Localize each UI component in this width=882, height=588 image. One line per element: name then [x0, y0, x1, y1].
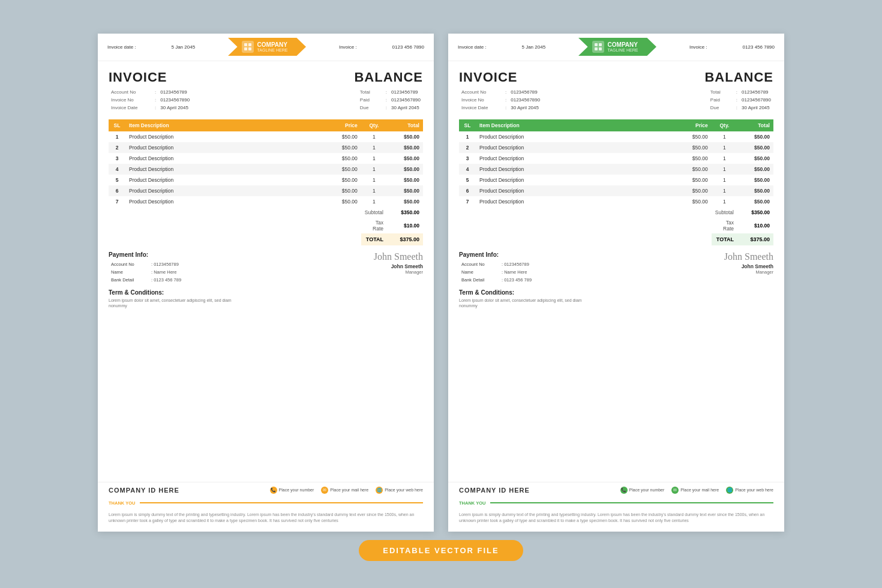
company-text-left: COMPANY TAGLINE HERE: [257, 41, 288, 52]
footer-web-right: 🌐 Place your web here: [726, 487, 773, 494]
signature-block-left: John Smeeth John Smeeth Manager: [374, 251, 423, 284]
company-logo-icon-right: [592, 41, 604, 53]
page-background: Invoice date : 5 Jan 2045 COMPANY TAGLIN…: [0, 0, 882, 588]
subtotal-label-left: Subtotal: [361, 207, 387, 218]
company-id-left: COMPANY ID HERE: [109, 487, 179, 494]
table-header-row-right: SL Item Description Price Qty. Total: [459, 119, 773, 131]
table-row: 4 Product Description $50.00 1 $50.00: [109, 164, 423, 175]
company-tagline-left: TAGLINE HERE: [257, 48, 288, 52]
total-label-left: TOTAL: [361, 233, 387, 245]
company-badge-shape-left: COMPANY TAGLINE HERE: [228, 38, 306, 56]
table-header-row-left: SL Item Description Price Qty. Total: [109, 119, 423, 131]
table-row: 5 Product Description $50.00 1 $50.00: [109, 175, 423, 185]
svg-rect-7: [599, 47, 602, 50]
company-badge-left: COMPANY TAGLINE HERE: [228, 38, 306, 56]
svg-rect-5: [599, 43, 602, 46]
footer-email-left: ✉ Place your mail here: [321, 487, 368, 494]
terms-block-left: Term & Conditions: Lorem ipsum dolor sit…: [109, 289, 423, 310]
invoice-body-right: INVOICE Account No:0123456789 Invoice No…: [448, 61, 784, 482]
footer-phone-right: 📞 Place your number: [620, 487, 665, 494]
invoice-details-right: Account No:0123456789 Invoice No:0123456…: [459, 88, 542, 112]
taxrate-label-left: Tax Rate: [361, 218, 387, 233]
payment-info-right: Payment Info: Account No: 0123456789 Nam…: [459, 251, 534, 284]
balance-block-left: BALANCE Total:0123456789 Paid:0123456789…: [354, 70, 423, 112]
bal-total-label: Total: [359, 89, 383, 95]
thankyou-label-left: THANK YOU: [109, 500, 135, 506]
thankyou-bar-right: THANK YOU: [448, 498, 784, 508]
banner-label: EDITABLE VECTOR FILE: [383, 546, 499, 555]
company-tagline-right: TAGLINE HERE: [608, 48, 638, 52]
table-row: 7 Product Description $50.00 1 $50.00: [459, 196, 773, 207]
table-row: 1 Product Description $50.00 1 $50.00: [459, 131, 773, 142]
col-total-left: Total: [387, 119, 423, 131]
invoice-card-right: Invoice date : 5 Jan 2045 COMPANY TAGLIN…: [448, 34, 784, 532]
invoice-number-value-left: 0123 456 7890: [392, 44, 424, 50]
taxrate-value-right: $10.00: [737, 218, 773, 233]
payment-title-left: Payment Info:: [109, 251, 184, 258]
svg-rect-4: [595, 43, 598, 46]
svg-rect-1: [248, 43, 251, 46]
invno-value: 01234567890: [159, 97, 191, 103]
signature-script-right: John Smeeth: [724, 251, 773, 262]
invoice-title-row-right: INVOICE Account No:0123456789 Invoice No…: [459, 70, 773, 112]
acct-label: Account No: [110, 89, 152, 95]
items-table-left: SL Item Description Price Qty. Total 1 P…: [109, 119, 423, 245]
footer-phone-left: 📞 Place your number: [270, 487, 314, 494]
col-desc-left: Item Description: [125, 119, 319, 131]
email-icon-right: ✉: [671, 487, 679, 494]
bottom-text-left: Lorem ipsum is simply dummy text of the …: [98, 508, 434, 532]
balance-block-right: BALANCE Total:0123456789 Paid:0123456789…: [704, 70, 773, 112]
invdate-value: 30 April 2045: [159, 104, 191, 111]
company-name-left: COMPANY: [257, 41, 288, 48]
taxrate-row-right: Tax Rate $10.00: [459, 218, 773, 233]
footer-web-left: 🌐 Place your web here: [376, 487, 423, 494]
payment-info-left: Payment Info: Account No: 0123456789 Nam…: [109, 251, 184, 284]
acct-value: 0123456789: [159, 89, 191, 95]
table-row: 3 Product Description $50.00 1 $50.00: [109, 153, 423, 164]
taxrate-label-right: Tax Rate: [712, 218, 737, 233]
thankyou-bar-left: THANK YOU: [98, 498, 434, 508]
invoice-footer-right: COMPANY ID HERE 📞 Place your number ✉ Pl…: [448, 482, 784, 498]
thankyou-line-right: [490, 502, 773, 503]
bottom-banner: EDITABLE VECTOR FILE: [359, 540, 523, 561]
invoice-date-left: Invoice date :: [107, 44, 136, 50]
signature-script-left: John Smeeth: [374, 251, 423, 262]
company-logo-icon-left: [242, 41, 254, 53]
invoice-number-label-left: Invoice :: [339, 44, 357, 50]
footer-email-right: ✉ Place your mail here: [671, 487, 719, 494]
svg-rect-6: [595, 47, 598, 50]
bal-due-value: 30 April 2045: [390, 104, 422, 111]
total-row-left: TOTAL $375.00: [109, 233, 423, 245]
bal-paid-value: 01234567890: [390, 97, 422, 103]
invoice-title-row-left: INVOICE Account No:0123456789 Invoice No…: [109, 70, 423, 112]
svg-rect-3: [248, 47, 251, 50]
invoices-row: Invoice date : 5 Jan 2045 COMPANY TAGLIN…: [98, 34, 784, 532]
payment-terms-row-left: Payment Info: Account No: 0123456789 Nam…: [109, 251, 423, 284]
table-row: 3 Product Description $50.00 1 $50.00: [459, 153, 773, 164]
table-row: 2 Product Description $50.00 1 $50.00: [459, 142, 773, 153]
total-row-right: TOTAL $375.00: [459, 233, 773, 245]
balance-main-title-right: BALANCE: [704, 70, 773, 85]
subtotal-label-right: Subtotal: [712, 207, 737, 218]
bottom-text-right: Lorem ipsum is simply dummy text of the …: [448, 508, 784, 532]
balance-details-right: Total:0123456789 Paid:01234567890 Due:30…: [704, 88, 773, 112]
company-badge-right: COMPANY TAGLINE HERE: [578, 38, 656, 56]
terms-title-left: Term & Conditions:: [109, 289, 423, 296]
taxrate-value-left: $10.00: [387, 218, 423, 233]
terms-text-left: Lorem ipsum dolor sit amet, consectetuer…: [109, 298, 241, 310]
payment-title-right: Payment Info:: [459, 251, 534, 258]
invoice-date-value-left: 5 Jan 2045: [172, 44, 196, 50]
signature-title-right: Manager: [724, 269, 773, 275]
subtotal-value-left: $350.00: [387, 207, 423, 218]
terms-block-right: Term & Conditions: Lorem ipsum dolor sit…: [459, 289, 773, 310]
table-row: 2 Product Description $50.00 1 $50.00: [109, 142, 423, 153]
svg-rect-0: [244, 43, 247, 46]
subtotal-value-right: $350.00: [737, 207, 773, 218]
signature-block-right: John Smeeth John Smeeth Manager: [724, 251, 773, 284]
invoice-footer-left: COMPANY ID HERE 📞 Place your number ✉ Pl…: [98, 482, 434, 498]
invoice-date-right: Invoice date :: [458, 44, 487, 50]
invoice-title-block-right: INVOICE Account No:0123456789 Invoice No…: [459, 70, 542, 112]
subtotal-row-left: Subtotal $350.00: [109, 207, 423, 218]
col-price-right: Price: [670, 119, 712, 131]
thankyou-line-left: [140, 502, 423, 503]
